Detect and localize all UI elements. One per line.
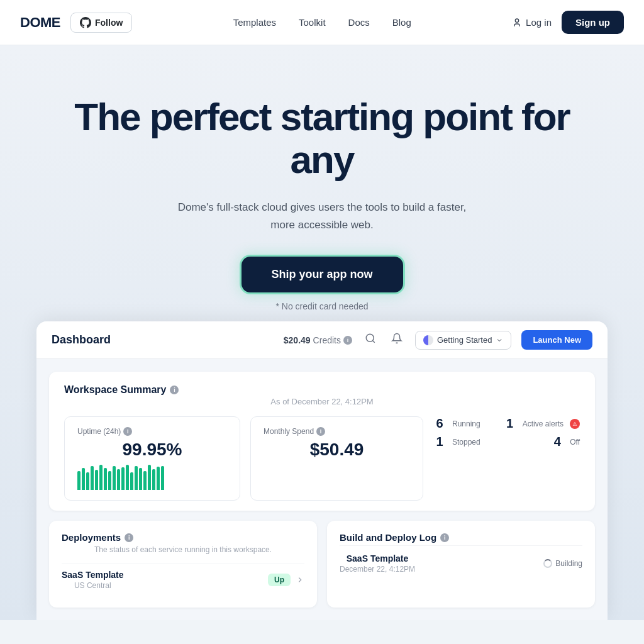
hero-section: The perfect starting point for any Dome'…	[0, 45, 644, 620]
uptime-label: Uptime (24h) i	[77, 427, 227, 436]
alerts-count: 1	[504, 416, 516, 431]
logo: DOME	[20, 14, 60, 31]
bar	[139, 468, 142, 490]
deployment-name: SaaS Template	[62, 570, 124, 580]
hero-title: The perfect starting point for any	[39, 96, 605, 181]
github-icon	[80, 17, 91, 28]
dashboard-preview: Dashboard $20.49 Credits i Getting Start…	[36, 321, 608, 620]
dashboard-header-right: $20.49 Credits i Getting Started Launch …	[284, 330, 592, 350]
uptime-bar-chart	[77, 465, 227, 490]
bar	[77, 471, 80, 490]
hero-subtitle: Dome's full-stack cloud gives users the …	[171, 199, 473, 234]
build-name: SaaS Template	[340, 553, 415, 564]
credits-amount: $20.49	[284, 335, 311, 345]
launch-new-button[interactable]: Launch New	[521, 330, 592, 350]
services-stat: 6 Running 1 Active alerts 1 Stopped	[433, 416, 580, 501]
bar	[108, 471, 111, 490]
chevron-down-icon	[496, 336, 503, 344]
notifications-button[interactable]	[389, 330, 405, 350]
progress-icon	[423, 335, 433, 345]
follow-label: Follow	[95, 18, 123, 28]
deployment-info: SaaS Template US Central	[62, 570, 124, 590]
svg-line-2	[372, 341, 374, 343]
running-label: Running	[452, 419, 480, 428]
spend-label: Monthly Spend i	[264, 427, 410, 436]
nav-blog[interactable]: Blog	[392, 17, 411, 28]
alerts-label: Active alerts	[523, 419, 564, 428]
bell-icon	[391, 333, 402, 344]
svg-point-0	[515, 19, 518, 22]
login-button[interactable]: Log in	[512, 17, 552, 28]
dashboard-title: Dashboard	[52, 333, 111, 347]
navbar-right: Log in Sign up	[512, 11, 624, 34]
uptime-info-icon: i	[123, 427, 132, 436]
main-nav: Templates Toolkit Docs Blog	[233, 17, 411, 28]
deployment-region: US Central	[62, 581, 124, 590]
deployment-row: SaaS Template US Central Up	[62, 563, 304, 596]
login-label: Log in	[526, 17, 552, 28]
bar	[121, 467, 125, 490]
bar	[91, 466, 94, 490]
stopped-count: 1	[433, 435, 446, 449]
monthly-spend-stat: Monthly Spend i $50.49	[250, 416, 423, 501]
bar	[157, 467, 160, 490]
search-icon	[365, 333, 376, 344]
credits-info-icon: i	[343, 336, 352, 345]
off-count: 4	[551, 435, 564, 449]
dashboard-header: Dashboard $20.49 Credits i Getting Start…	[36, 321, 608, 359]
bar	[135, 466, 138, 490]
bar	[104, 468, 107, 490]
signup-button[interactable]: Sign up	[562, 11, 624, 34]
deployments-title: Deployments i	[62, 532, 304, 543]
build-info: SaaS Template December 22, 4:12PM	[340, 553, 415, 574]
workspace-header: Workspace Summary i As of December 22, 4…	[64, 384, 580, 406]
navbar: DOME Follow Templates Toolkit Docs Blog …	[0, 0, 644, 45]
stopped-label: Stopped	[452, 438, 480, 447]
build-status: Building	[543, 559, 582, 568]
credits-label: Credits	[313, 335, 341, 345]
spinner-icon	[543, 559, 552, 568]
stats-row: Uptime (24h) i 99.95%	[64, 416, 580, 501]
bar	[152, 469, 155, 490]
getting-started-button[interactable]: Getting Started	[415, 331, 511, 350]
workspace-card: Workspace Summary i As of December 22, 4…	[49, 372, 595, 511]
svg-point-1	[366, 335, 374, 342]
github-follow-button[interactable]: Follow	[70, 13, 132, 33]
spend-value: $50.49	[264, 440, 410, 460]
nav-templates[interactable]: Templates	[233, 17, 276, 28]
bar	[148, 465, 151, 490]
bar	[95, 470, 98, 490]
search-button[interactable]	[362, 330, 379, 350]
stopped-row: 1 Stopped 4 Off	[433, 435, 580, 449]
bar	[130, 472, 133, 490]
nav-docs[interactable]: Docs	[348, 17, 370, 28]
build-log-panel: Build and Deploy Log i SaaS Template Dec…	[327, 521, 595, 608]
running-row: 6 Running 1 Active alerts	[433, 416, 580, 431]
user-icon	[512, 18, 522, 28]
running-count: 6	[433, 416, 446, 431]
bar	[161, 466, 164, 490]
bar	[82, 468, 85, 490]
uptime-value: 99.95%	[77, 440, 227, 460]
alert-icon	[570, 419, 580, 429]
bar	[117, 469, 120, 490]
bar	[86, 472, 89, 490]
cta-wrapper: Ship your app now * No credit card neede…	[25, 257, 619, 311]
bottom-panels: Deployments i The status of each service…	[49, 521, 595, 608]
bar	[113, 466, 116, 490]
chevron-right-icon	[296, 575, 304, 584]
workspace-info-icon: i	[170, 386, 179, 394]
bar	[99, 465, 103, 490]
build-date: December 22, 4:12PM	[340, 565, 415, 574]
deployments-panel: Deployments i The status of each service…	[49, 521, 317, 608]
build-log-info-icon: i	[440, 533, 449, 542]
spend-info-icon: i	[316, 427, 325, 436]
nav-toolkit[interactable]: Toolkit	[299, 17, 326, 28]
bar	[143, 471, 147, 490]
getting-started-label: Getting Started	[437, 335, 492, 345]
navbar-left: DOME Follow	[20, 13, 132, 33]
cta-button[interactable]: Ship your app now	[242, 257, 403, 292]
deployments-subtitle: The status of each service running in th…	[62, 545, 304, 554]
off-label: Off	[570, 438, 580, 447]
up-badge: Up	[268, 574, 291, 586]
